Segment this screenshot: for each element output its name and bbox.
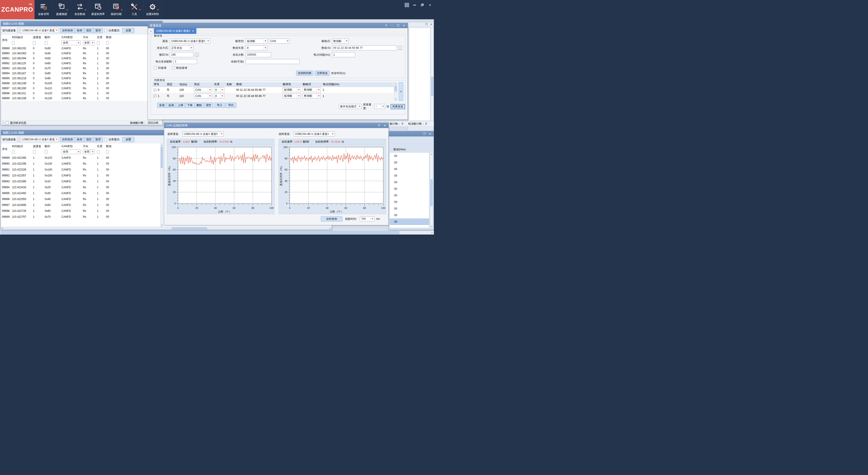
table-row[interactable]: 99990110.42229510x130CANFDRx100 (1, 161, 160, 167)
channel-select[interactable]: USBCAN-4E-U 设备0 通道0 (170, 39, 210, 43)
col-direction[interactable]: 方向 (82, 35, 96, 40)
frame-id-more-button[interactable]: ... (195, 53, 199, 57)
realtime-save-button[interactable]: 实时保存 (60, 137, 75, 142)
toolbar-new-view[interactable]: 新建视图 (53, 0, 71, 19)
lcol-length[interactable]: 长度 (213, 82, 225, 87)
table-row[interactable]: 99989110.36103200x30CANFDRx100 (1, 46, 161, 51)
filter-length-input[interactable] (97, 41, 100, 45)
select-all-button[interactable]: 全选 (157, 103, 167, 108)
utilization-titlebar[interactable]: CAN 总线利用率 ? ✕ (164, 123, 389, 128)
table-row[interactable]: 99994110.42243310x20CANFDRx100 (1, 184, 160, 190)
table-row[interactable]: 99998110.42272510x60CANFDRx100 (1, 208, 160, 214)
filter-timestamp-input[interactable] (12, 150, 15, 154)
interval-input[interactable] (332, 52, 355, 57)
view1-hscrollbar[interactable] (1, 227, 332, 230)
send-titlebar[interactable]: 普通发送 ? ─ ❐ ✕ (148, 23, 408, 28)
clear-button[interactable]: 清空 (84, 28, 94, 33)
close-icon[interactable]: ✕ (402, 24, 406, 27)
hw-send-mode-select[interactable]: 硬件发送模式 (339, 104, 362, 109)
data-length-select[interactable]: 8 (246, 45, 268, 51)
clear-list-button[interactable]: 清空 (204, 103, 213, 108)
lcol-status[interactable]: 状态 (166, 82, 179, 87)
hex-row[interactable]: 00 (390, 212, 429, 218)
invert-select-button[interactable]: 反选 (166, 103, 176, 108)
protocol-select[interactable]: CAN (269, 39, 290, 43)
col-src-channel[interactable]: 源通道 (32, 144, 43, 149)
col-timestamp[interactable]: 时间标识 (11, 144, 32, 149)
hex-row[interactable]: 00 (390, 192, 429, 199)
hex-row[interactable]: 00 (390, 159, 429, 166)
row-length-select[interactable]: 8 (214, 94, 224, 98)
hex-row[interactable]: 00 (390, 153, 429, 159)
table-row[interactable]: 99989110.42226510x120CANFDRx100 (1, 155, 160, 161)
list-expand-button[interactable]: > (399, 82, 403, 101)
realtime-save-button[interactable]: 实时保存 (60, 28, 75, 33)
hex-row[interactable]: 00 (390, 218, 429, 225)
lcol-data[interactable]: 数据 (235, 82, 282, 87)
minimize-icon[interactable] (411, 2, 418, 8)
filter-src-input[interactable] (33, 41, 36, 45)
table-row[interactable]: 99992110.36112500x60CANFDRx100 (1, 61, 161, 66)
row-protocol-select[interactable]: CAN (194, 87, 212, 92)
toolbar-tools[interactable]: 工具 (125, 0, 144, 19)
pause-button[interactable]: 暂停 (93, 28, 103, 33)
toolbar-channel-utilization[interactable]: 通道利用率 (89, 0, 107, 19)
table-row[interactable]: 99990110.36106300x40CANFDRx100 (1, 51, 161, 56)
row-frame-format-select[interactable]: 数据帧 (303, 87, 321, 92)
import-button[interactable]: 导入 (214, 103, 225, 108)
hex-row[interactable]: 00 (390, 166, 429, 172)
refresh-time-select[interactable]: 700 (360, 216, 374, 221)
close-icon[interactable]: ✕ (428, 132, 432, 135)
lcol-protocol[interactable]: 协议 (193, 82, 213, 87)
settings-button[interactable]: 设置 (122, 28, 134, 33)
filter-data-input[interactable] (106, 150, 109, 154)
data-increment-checkbox[interactable] (172, 66, 175, 69)
view1-vscrollbar[interactable] (160, 144, 163, 227)
col-length[interactable]: 长度 (96, 144, 105, 149)
hex-row[interactable]: 00 (390, 186, 429, 192)
table-row[interactable]: 99995110.42249210x30CANFDRx100 (1, 190, 160, 196)
filter-id-input[interactable] (45, 150, 48, 154)
help-icon[interactable]: ? (384, 24, 388, 27)
drag-grip-icon[interactable] (3, 122, 4, 124)
send-count-input[interactable] (246, 52, 271, 57)
data-input[interactable] (332, 45, 397, 51)
frame-id-input[interactable] (170, 52, 193, 57)
dock-vscrollbar[interactable] (431, 28, 434, 121)
lcol-seq[interactable]: 序号 (153, 82, 166, 87)
row-checkbox[interactable]: ✓ (153, 94, 156, 97)
table-row[interactable]: 99991110.42232610x140CANFDRx100 (1, 167, 160, 172)
table-row[interactable]: 99993110.36115600x70CANFDRx100 (1, 66, 161, 71)
dock-close-icon[interactable]: ✕ (430, 23, 432, 26)
col-src-channel[interactable]: 源通道 (32, 35, 43, 40)
filter-timestamp-input[interactable] (12, 41, 15, 45)
row-length-select[interactable]: 8 (214, 87, 224, 92)
lcol-id[interactable]: ID(0x) (179, 82, 193, 87)
move-up-button[interactable]: 上移 (176, 103, 185, 108)
move-down-button[interactable]: 下移 (185, 103, 194, 108)
restore-icon[interactable]: ❐ (422, 132, 426, 135)
table-row[interactable]: 99995110.36121800x90CANFDRx100 (1, 76, 161, 81)
row-frame-type-select[interactable]: 标准帧 (283, 87, 301, 92)
help-icon[interactable]: ? (377, 124, 381, 127)
table-row[interactable]: 99998110.36131100x120CANFDRx100 (1, 91, 161, 96)
send-speed-select[interactable]: 1 (374, 104, 385, 109)
lcol-frame-type[interactable]: 帧类型 (282, 82, 302, 87)
channel1-select[interactable]: USBCAN-4E-U 设备0 通道1 (293, 131, 335, 136)
col-seq[interactable]: 序号 (1, 144, 11, 155)
save-button[interactable]: 保存 (75, 28, 84, 33)
restore-icon[interactable] (418, 2, 426, 8)
channel0-select[interactable]: USBCAN-4E-U 设备0 通道0 (182, 131, 224, 136)
col-data[interactable]: 数据 (105, 144, 160, 149)
clear-button[interactable]: 清空 (84, 137, 94, 142)
export-button[interactable]: 导出 (225, 103, 236, 108)
frames-each-input[interactable] (174, 59, 197, 64)
table-row[interactable]: 99996110.42255310x40CANFDRx100 (1, 196, 160, 202)
table-row[interactable]: 99999110.36133900x130CANFDRx100 (1, 96, 161, 101)
classify-checkbox[interactable] (104, 138, 107, 141)
table-row[interactable]: 99999110.42275710x70CANFDRx100 (1, 214, 160, 220)
close-icon[interactable]: ✕ (383, 124, 387, 127)
row-protocol-select[interactable]: CAN (194, 94, 212, 98)
toolbar-device-manager[interactable]: 设备管理 (34, 0, 53, 19)
table-row[interactable]: 99997110.42269510x50CANFDRx100 (1, 202, 160, 208)
